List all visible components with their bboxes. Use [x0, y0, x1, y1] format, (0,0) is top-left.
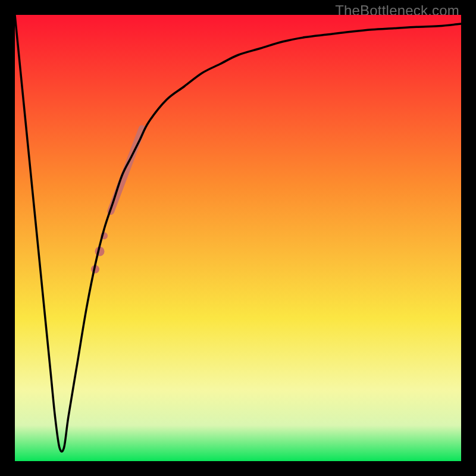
- gradient-background: [15, 15, 461, 461]
- chart-frame: TheBottleneck.com: [0, 0, 476, 476]
- bottleneck-chart: [15, 15, 461, 461]
- plot-area: [15, 15, 461, 461]
